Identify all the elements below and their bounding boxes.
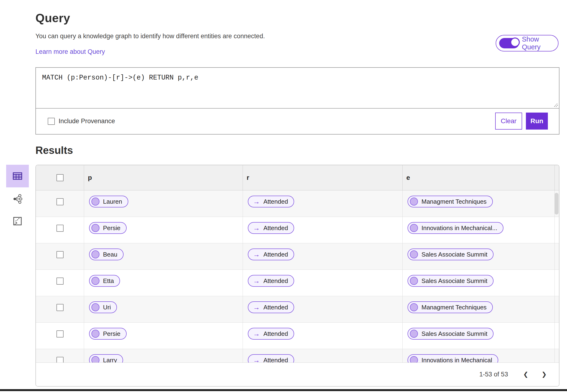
entity-pill-p[interactable]: Lauren xyxy=(89,196,128,208)
entity-node-icon xyxy=(410,330,418,338)
cell-r-label: Attended xyxy=(263,357,288,363)
table-rows: Lauren → Attended Managment Techniques P… xyxy=(36,190,559,363)
query-page: Query You can query a knowledge graph to… xyxy=(0,0,567,392)
window-bottom-edge xyxy=(0,389,567,391)
results-table: p r e Lauren → Attended Managment Techni… xyxy=(35,165,559,387)
entity-pill-p[interactable]: Larry xyxy=(89,354,123,363)
column-header-e: e xyxy=(403,174,410,182)
query-code-textarea[interactable]: MATCH (p:Person)-[r]->(e) RETURN p,r,e xyxy=(36,68,559,109)
relationship-pill-r[interactable]: → Attended xyxy=(248,328,294,340)
entity-pill-p[interactable]: Uri xyxy=(89,301,117,313)
arrow-right-icon: → xyxy=(253,330,260,337)
graph-view-button[interactable] xyxy=(6,188,29,210)
table-row[interactable]: Persie → Attended Sales Associate Summit xyxy=(36,323,559,349)
row-checkbox[interactable] xyxy=(57,330,63,337)
cell-r-label: Attended xyxy=(263,277,288,285)
relationship-pill-r[interactable]: → Attended xyxy=(248,222,294,234)
entity-pill-e[interactable]: Innovations in Mechanical... xyxy=(407,222,504,234)
table-header-row: p r e xyxy=(36,165,559,190)
select-all-checkbox[interactable] xyxy=(57,174,63,181)
entity-node-icon xyxy=(91,356,100,363)
entity-pill-p[interactable]: Persie xyxy=(89,222,127,234)
entity-pill-e[interactable]: Managment Techniques xyxy=(407,301,493,313)
learn-more-link[interactable]: Learn more about Query xyxy=(35,48,105,56)
entity-node-icon xyxy=(91,330,100,338)
query-description: You can query a knowledge graph to ident… xyxy=(35,33,265,40)
entity-pill-e[interactable]: Sales Associate Summit xyxy=(407,328,493,340)
relationship-pill-r[interactable]: → Attended xyxy=(248,354,294,363)
relationship-pill-r[interactable]: → Attended xyxy=(248,275,294,287)
cell-e-label: Sales Associate Summit xyxy=(421,330,487,337)
cell-p-label: Etta xyxy=(103,277,114,285)
resize-handle-icon[interactable] xyxy=(552,101,558,107)
relationship-pill-r[interactable]: → Attended xyxy=(248,249,294,260)
entity-pill-e[interactable]: Sales Associate Summit xyxy=(407,275,493,287)
row-checkbox[interactable] xyxy=(57,304,63,311)
include-provenance-checkbox[interactable] xyxy=(48,118,55,125)
arrow-right-icon: → xyxy=(253,304,260,311)
entity-pill-p[interactable]: Etta xyxy=(89,275,120,287)
cell-p-label: Persie xyxy=(103,224,120,232)
entity-node-icon xyxy=(410,356,418,363)
row-checkbox[interactable] xyxy=(57,357,63,363)
table-row[interactable]: Larry → Attended Innovations in Mechanic… xyxy=(36,349,559,363)
include-provenance-label: Include Provenance xyxy=(59,118,115,125)
cell-p-label: Persie xyxy=(103,330,120,337)
entity-pill-e[interactable]: Managment Techniques xyxy=(407,196,493,208)
cell-e-label: Innovations in Mechanical... xyxy=(421,224,497,232)
arrow-right-icon: → xyxy=(253,198,260,205)
pagination-range: 1-53 of 53 xyxy=(479,371,508,378)
table-row[interactable]: Etta → Attended Sales Associate Summit xyxy=(36,270,559,296)
entity-pill-e[interactable]: Innovations in Mechanical xyxy=(407,354,498,363)
table-row[interactable]: Lauren → Attended Managment Techniques xyxy=(36,190,559,217)
cell-r-label: Attended xyxy=(263,198,288,205)
previous-page-button[interactable]: ❮ xyxy=(523,371,528,378)
cell-e-label: Managment Techniques xyxy=(421,198,487,205)
cell-e-label: Innovations in Mechanical xyxy=(421,357,492,363)
show-query-label: Show Query xyxy=(522,35,558,51)
entity-node-icon xyxy=(410,224,418,232)
entity-node-icon xyxy=(91,197,100,206)
row-checkbox[interactable] xyxy=(57,198,63,205)
query-code-text: MATCH (p:Person)-[r]->(e) RETURN p,r,e xyxy=(42,74,198,82)
cell-e-label: Sales Associate Summit xyxy=(421,277,487,285)
entity-node-icon xyxy=(410,277,418,285)
relationship-pill-r[interactable]: → Attended xyxy=(248,301,294,313)
relationship-pill-r[interactable]: → Attended xyxy=(248,196,294,208)
table-row[interactable]: Beau → Attended Sales Associate Summit xyxy=(36,243,559,270)
row-checkbox[interactable] xyxy=(57,251,63,258)
cell-p-label: Lauren xyxy=(103,198,122,205)
run-button[interactable]: Run xyxy=(526,112,548,130)
entity-node-icon xyxy=(410,303,418,311)
map-view-button[interactable] xyxy=(6,210,29,232)
entity-node-icon xyxy=(410,250,418,258)
cell-r-label: Attended xyxy=(263,251,288,258)
show-query-toggle[interactable]: Show Query xyxy=(496,35,558,51)
entity-node-icon xyxy=(91,303,100,311)
page-title: Query xyxy=(35,11,70,25)
query-panel: MATCH (p:Person)-[r]->(e) RETURN p,r,e I… xyxy=(35,67,559,135)
column-header-p: p xyxy=(84,174,92,182)
table-icon xyxy=(12,171,23,181)
entity-pill-e[interactable]: Sales Associate Summit xyxy=(407,249,493,260)
cell-p-label: Larry xyxy=(103,357,117,363)
cell-p-label: Uri xyxy=(103,304,111,311)
entity-pill-p[interactable]: Persie xyxy=(89,328,127,340)
clear-button[interactable]: Clear xyxy=(495,112,522,130)
cell-r-label: Attended xyxy=(263,304,288,311)
table-row[interactable]: Uri → Attended Managment Techniques xyxy=(36,296,559,323)
entity-pill-p[interactable]: Beau xyxy=(89,249,124,260)
vertical-scrollbar-thumb[interactable] xyxy=(554,193,558,214)
map-icon xyxy=(13,216,22,226)
next-page-button[interactable]: ❯ xyxy=(541,371,547,378)
arrow-right-icon: → xyxy=(253,225,260,232)
graph-icon xyxy=(13,194,22,204)
toggle-on-icon[interactable] xyxy=(499,38,519,48)
arrow-right-icon: → xyxy=(253,251,260,258)
row-checkbox[interactable] xyxy=(57,225,63,232)
pagination-bar: 1-53 of 53 ❮ ❯ xyxy=(36,363,559,386)
entity-node-icon xyxy=(410,197,418,206)
table-row[interactable]: Persie → Attended Innovations in Mechani… xyxy=(36,217,559,243)
table-view-button[interactable] xyxy=(6,165,29,187)
row-checkbox[interactable] xyxy=(57,278,63,285)
